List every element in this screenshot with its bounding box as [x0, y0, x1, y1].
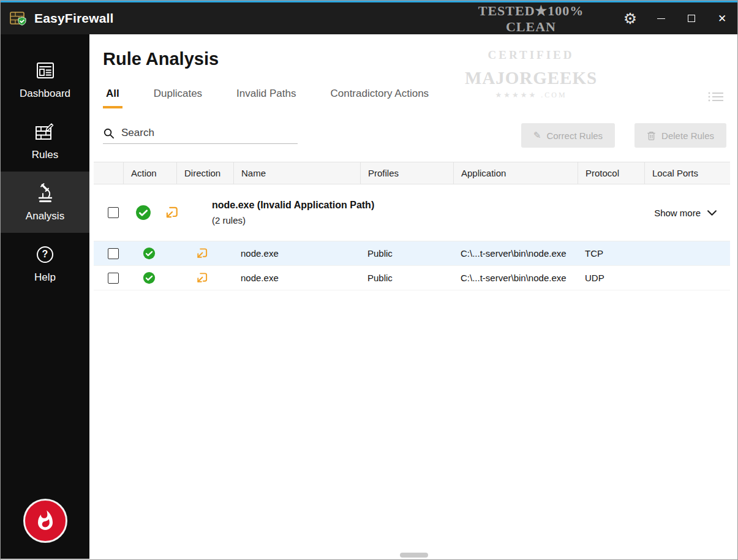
inbound-direction-icon: [176, 266, 233, 290]
col-profiles: Profiles: [360, 162, 453, 184]
flame-icon: [34, 510, 56, 532]
search-input[interactable]: [121, 127, 298, 139]
group-title: node.exe (Invalid Application Path): [212, 200, 374, 211]
close-icon: ✕: [718, 12, 726, 25]
col-application: Application: [453, 162, 578, 184]
microscope-icon: [35, 182, 56, 204]
sidebar-item-dashboard[interactable]: Dashboard: [1, 49, 89, 110]
rule-actions: ✎ Correct Rules: [521, 123, 726, 148]
row-checkbox[interactable]: [108, 273, 119, 284]
titlebar: EasyFirewall ⚙ ✕: [1, 1, 737, 34]
rule-protocol: UDP: [578, 266, 644, 290]
app-title-easy: Easy: [34, 11, 65, 25]
sidebar-item-label: Analysis: [26, 210, 64, 222]
list-view-icon[interactable]: [708, 91, 724, 105]
tab-invalid-paths[interactable]: Invalid Paths: [233, 88, 299, 108]
group-rule-count: (2 rules): [212, 215, 374, 225]
rule-local-ports: [644, 241, 730, 265]
table-row: node.exe Public C:\...t-server\bin\node.…: [94, 241, 730, 266]
inbound-direction-icon: [164, 205, 179, 220]
row-checkbox[interactable]: [108, 248, 119, 259]
sidebar: Dashboard Rules: [1, 34, 89, 559]
tab-all[interactable]: All: [103, 88, 122, 108]
sidebar-item-label: Rules: [32, 149, 58, 161]
sidebar-item-analysis[interactable]: Analysis: [1, 172, 89, 233]
search-box[interactable]: [103, 127, 298, 144]
rule-application: C:\...t-server\bin\node.exe: [453, 266, 578, 290]
rule-profiles: Public: [360, 241, 453, 265]
rule-protocol: TCP: [578, 241, 644, 265]
app-window: EasyFirewall ⚙ ✕: [0, 0, 738, 560]
pencil-icon: ✎: [533, 130, 541, 141]
rule-name: node.exe: [233, 241, 360, 265]
firewall-flame-button[interactable]: [23, 499, 67, 543]
allow-check-icon: [135, 205, 151, 221]
search-icon: [103, 127, 115, 139]
col-action: Action: [123, 162, 176, 184]
group-checkbox[interactable]: [108, 207, 119, 218]
delete-rules-button[interactable]: Delete Rules: [634, 123, 726, 148]
chevron-down-icon: [707, 210, 717, 216]
group-titles: node.exe (Invalid Application Path) (2 r…: [212, 200, 374, 225]
maximize-icon: [688, 15, 695, 22]
app-logo-icon: [9, 9, 28, 28]
question-mark: ?: [42, 249, 48, 260]
gear-glyph: ⚙: [623, 10, 637, 28]
help-icon: ?: [37, 243, 53, 265]
col-checkbox: [94, 162, 123, 184]
show-more-label: Show more: [654, 208, 701, 218]
inbound-direction-icon: [176, 241, 233, 265]
minimize-icon: [657, 18, 665, 19]
show-more-button[interactable]: Show more: [654, 208, 717, 218]
col-local-ports: Local Ports: [644, 162, 730, 184]
tab-duplicates[interactable]: Duplicates: [151, 88, 205, 108]
delete-rules-label: Delete Rules: [661, 131, 714, 141]
rule-application: C:\...t-server\bin\node.exe: [453, 241, 578, 265]
col-direction: Direction: [176, 162, 233, 184]
allow-check-icon: [123, 241, 176, 265]
settings-gear-icon[interactable]: ⚙: [615, 2, 646, 34]
rules-table: Action Direction Name Profiles Applicati…: [94, 162, 730, 290]
page-title: Rule Analysis: [103, 49, 737, 69]
close-button[interactable]: ✕: [707, 2, 737, 34]
rule-name: node.exe: [233, 266, 360, 290]
rule-profiles: Public: [360, 266, 453, 290]
main-content: Rule Analysis All Duplicates Invalid Pat…: [89, 34, 737, 559]
table-header: Action Direction Name Profiles Applicati…: [94, 162, 730, 184]
window-controls: ⚙ ✕: [615, 2, 737, 34]
correct-rules-label: Correct Rules: [546, 131, 603, 141]
horizontal-scrollbar-thumb[interactable]: [400, 553, 428, 558]
app-title-firewall: Firewall: [65, 11, 114, 25]
minimize-button[interactable]: [646, 2, 676, 34]
rule-group-row: node.exe (Invalid Application Path) (2 r…: [94, 184, 730, 241]
maximize-button[interactable]: [676, 2, 707, 34]
table-row: node.exe Public C:\...t-server\bin\node.…: [94, 266, 730, 290]
col-protocol: Protocol: [578, 162, 644, 184]
sidebar-item-label: Dashboard: [20, 88, 70, 100]
col-name: Name: [233, 162, 360, 184]
app-title: EasyFirewall: [34, 11, 114, 26]
sidebar-item-rules[interactable]: Rules: [1, 110, 89, 172]
tabs: All Duplicates Invalid Paths Contradicto…: [103, 88, 724, 108]
search-row: ✎ Correct Rules: [103, 123, 726, 148]
correct-rules-button[interactable]: ✎ Correct Rules: [521, 123, 615, 148]
rules-icon: [35, 121, 56, 143]
sidebar-item-help[interactable]: ? Help: [1, 233, 89, 294]
tab-contradictory-actions[interactable]: Contradictory Actions: [327, 88, 432, 108]
sidebar-item-label: Help: [34, 271, 56, 284]
rule-local-ports: [644, 266, 730, 290]
allow-check-icon: [123, 266, 176, 290]
dashboard-icon: [35, 59, 56, 81]
trash-icon: [647, 131, 656, 141]
